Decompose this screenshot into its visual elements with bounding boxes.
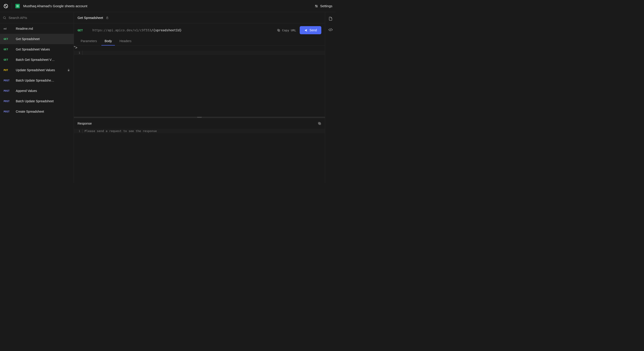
page-title: Get Spreadsheet — [78, 16, 103, 20]
sidebar-item-get-spreadsheet-values[interactable]: GET Get Spreadsheet Values — [0, 44, 74, 54]
sidebar-item-batch-update-values[interactable]: POST Batch Update Spreadshe… — [0, 75, 74, 86]
copy-icon — [277, 28, 280, 32]
sidebar-item-get-spreadsheet[interactable]: GET Get Spreadsheet — [0, 34, 74, 44]
method-badge: GET — [4, 58, 12, 61]
resize-grip-icon — [197, 117, 202, 118]
svg-line-10 — [5, 18, 6, 19]
api-label: Batch Get Spreadsheet V… — [16, 58, 70, 62]
sidebar-item-batch-update-spreadsheet[interactable]: POST Batch Update Spreadsheet — [0, 96, 74, 106]
svg-line-17 — [330, 28, 331, 31]
code-view-button[interactable] — [328, 28, 333, 32]
title-row: Get Spreadsheet — [74, 12, 325, 24]
editor-pane: "> 1 Response — [74, 46, 325, 183]
document-icon — [328, 17, 332, 21]
settings-label: Settings — [320, 4, 332, 8]
copy-url-label: Copy URL — [282, 28, 296, 32]
sidebar-item-append-values[interactable]: POST Append Values — [0, 86, 74, 96]
api-label: Update Spreadsheet Values — [16, 68, 64, 72]
lock-icon — [67, 69, 70, 72]
svg-line-1 — [5, 5, 7, 7]
sidebar-item-batch-get-values[interactable]: GET Batch Get Spreadsheet V… — [0, 54, 74, 65]
request-tabs: Parameters Body Headers — [74, 37, 325, 46]
url-row: GET https://api.apico.dev/v1/c9f553/{spr… — [74, 24, 325, 37]
send-label: Send — [310, 28, 317, 32]
sidebar-item-update-values[interactable]: PUT Update Spreadsheet Values — [0, 65, 74, 75]
method-badge: PUT — [4, 69, 12, 72]
request-method: GET — [78, 28, 89, 32]
method-badge: GET — [4, 48, 12, 51]
sidebar: md Readme.md GET Get Spreadsheet GET Get… — [0, 12, 74, 183]
right-rail — [325, 12, 336, 183]
svg-rect-12 — [106, 18, 108, 19]
api-label: Create Spreadsheet — [16, 110, 70, 113]
search-icon — [3, 16, 6, 20]
url-path: /{spreadsheetId} — [151, 28, 182, 32]
response-title: Response — [78, 122, 92, 125]
svg-point-6 — [316, 5, 316, 6]
document-view-button[interactable] — [328, 17, 332, 21]
resize-handle[interactable] — [74, 117, 325, 118]
api-label: Readme.md — [16, 27, 70, 30]
account-name: Musthaq Ahamad's Google sheets account — [23, 4, 88, 8]
copy-response-button[interactable] — [318, 122, 321, 125]
search-bar — [0, 12, 74, 24]
method-badge: md — [4, 27, 12, 30]
line-number: 1 — [74, 129, 82, 133]
method-badge: GET — [4, 38, 12, 40]
request-url[interactable]: https://api.apico.dev/v1/c9f553/{spreads… — [92, 28, 273, 32]
top-bar: Musthaq Ahamad's Google sheets account S… — [0, 0, 336, 12]
response-placeholder: Please send a request to see the respons… — [82, 129, 325, 133]
content-pane: Get Spreadsheet GET https://api.apico.de… — [74, 12, 325, 183]
app-logo-icon[interactable] — [4, 4, 8, 8]
copy-icon — [318, 122, 321, 125]
svg-rect-11 — [68, 70, 70, 71]
tab-headers[interactable]: Headers — [116, 37, 134, 46]
sidebar-item-create-spreadsheet[interactable]: POST Create Spreadsheet — [0, 106, 74, 117]
method-badge: POST — [4, 110, 12, 113]
api-label: Get Spreadsheet Values — [16, 48, 70, 51]
top-bar-left: Musthaq Ahamad's Google sheets account — [4, 3, 88, 9]
main-area: Get Spreadsheet GET https://api.apico.de… — [74, 12, 336, 183]
api-list: md Readme.md GET Get Spreadsheet GET Get… — [0, 24, 74, 183]
send-button[interactable]: Send — [300, 26, 321, 34]
settings-icon — [314, 4, 318, 8]
api-label: Get Spreadsheet — [16, 37, 70, 41]
method-badge: POST — [4, 79, 12, 82]
tab-body[interactable]: Body — [102, 37, 115, 46]
lock-icon — [106, 16, 109, 19]
svg-point-8 — [316, 6, 317, 7]
google-sheets-icon — [15, 4, 20, 8]
sidebar-item-readme[interactable]: md Readme.md — [0, 24, 74, 34]
api-label: Batch Update Spreadsheet — [16, 99, 70, 103]
url-base: https://api.apico.dev/v1/c9f553 — [92, 28, 151, 32]
api-label: Append Values — [16, 89, 70, 92]
copy-url-button[interactable]: Copy URL — [277, 28, 296, 32]
settings-button[interactable]: Settings — [314, 4, 332, 8]
method-badge: POST — [4, 100, 12, 103]
search-input[interactable] — [8, 16, 71, 20]
code-icon — [328, 28, 333, 32]
method-badge: POST — [4, 90, 12, 92]
line-number: 1 — [74, 51, 82, 55]
tab-parameters[interactable]: Parameters — [78, 37, 100, 46]
api-label: Batch Update Spreadshe… — [16, 79, 70, 82]
body-content — [82, 51, 325, 55]
response-editor[interactable]: 1 Please send a request to see the respo… — [74, 129, 325, 133]
divider — [12, 3, 12, 9]
send-icon — [304, 28, 308, 32]
request-body-editor[interactable]: 1 — [74, 50, 325, 117]
response-section: Response 1 Please send a request to see … — [74, 118, 325, 183]
response-header: Response — [74, 118, 325, 129]
svg-point-9 — [4, 16, 6, 18]
